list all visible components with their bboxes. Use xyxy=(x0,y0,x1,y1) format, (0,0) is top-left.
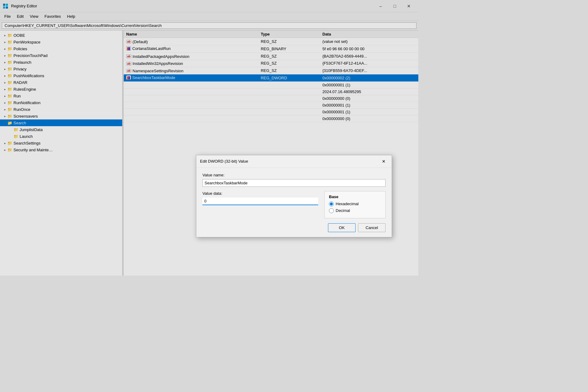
dialog-row: Value data: Base Hexadecimal Decimal xyxy=(202,191,386,218)
hex-radio[interactable] xyxy=(329,202,334,206)
value-data-label: Value data: xyxy=(202,191,318,196)
ok-button[interactable]: OK xyxy=(328,223,356,232)
dialog-buttons: OK Cancel xyxy=(202,223,386,232)
dialog-title-bar: Edit DWORD (32-bit) Value ✕ xyxy=(196,155,392,168)
edit-dword-dialog: Edit DWORD (32-bit) Value ✕ Value name: … xyxy=(196,155,392,237)
hex-label: Hexadecimal xyxy=(336,202,359,206)
dec-label: Decimal xyxy=(336,208,350,213)
value-name-input[interactable] xyxy=(202,179,386,187)
dec-radio-label[interactable]: Decimal xyxy=(329,208,381,213)
cancel-button[interactable]: Cancel xyxy=(358,223,386,232)
value-data-section: Value data: xyxy=(202,191,318,218)
hex-radio-label[interactable]: Hexadecimal xyxy=(329,202,381,206)
dialog-overlay: Edit DWORD (32-bit) Value ✕ Value name: … xyxy=(0,0,418,276)
base-section: Base Hexadecimal Decimal xyxy=(324,191,386,218)
dec-radio[interactable] xyxy=(329,208,334,213)
value-data-input[interactable] xyxy=(202,198,318,205)
dialog-title: Edit DWORD (32-bit) Value xyxy=(200,159,248,164)
base-title: Base xyxy=(329,194,381,199)
value-name-label: Value name: xyxy=(202,173,386,177)
dialog-body: Value name: Value data: Base Hexadecimal… xyxy=(196,168,392,237)
dialog-close-button[interactable]: ✕ xyxy=(379,158,388,165)
